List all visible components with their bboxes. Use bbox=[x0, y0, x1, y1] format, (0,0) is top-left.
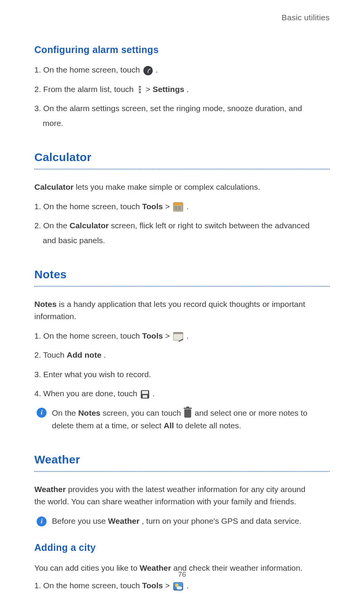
save-icon bbox=[141, 390, 149, 399]
heading-calculator: Calculator bbox=[34, 148, 330, 169]
overflow-menu-icon bbox=[137, 86, 142, 94]
heading-notes: Notes bbox=[34, 266, 330, 287]
step-number: 1. bbox=[34, 65, 41, 74]
notes-step-1: 1. On the home screen, touch Tools > . bbox=[34, 330, 330, 342]
weather-intro-c: the world. You can share weather informa… bbox=[34, 495, 330, 508]
tools-label: Tools bbox=[142, 331, 163, 340]
weather-intro: Weather provides you with the latest wea… bbox=[34, 483, 330, 508]
step-text: On the home screen, touch bbox=[43, 331, 142, 340]
info-icon: i bbox=[37, 516, 47, 526]
step-text-tail: . bbox=[187, 202, 189, 211]
manual-page: Basic utilities Configuring alarm settin… bbox=[0, 0, 364, 602]
step-text-tail: screen, flick left or right to switch be… bbox=[111, 221, 310, 230]
info-text-d: delete them at a time, or select bbox=[52, 421, 164, 430]
notes-step-2: 2. Touch Add note . bbox=[34, 349, 330, 362]
info-text-c: and select one or more notes to bbox=[195, 408, 307, 417]
step-3: 3. On the alarm settings screen, set the… bbox=[34, 102, 330, 129]
step-number: 2. bbox=[34, 85, 41, 94]
step-text: On the home screen, touch bbox=[43, 202, 142, 211]
calculator-label: Calculator bbox=[69, 221, 109, 230]
notes-info-callout: i On the Notes screen, you can touch and… bbox=[37, 407, 330, 432]
step-number: 2. bbox=[34, 221, 41, 230]
step-text: On the alarm settings screen, set the ri… bbox=[43, 104, 302, 113]
step-text: On the home screen, touch bbox=[43, 581, 142, 590]
heading-adding-city: Adding a city bbox=[34, 540, 330, 555]
weather-info-text: Before you use Weather , turn on your ph… bbox=[52, 515, 330, 528]
calc-step-2: 2. On the Calculator screen, flick left … bbox=[34, 219, 330, 247]
step-number: 2. bbox=[34, 350, 41, 359]
calculator-intro-bold: Calculator bbox=[34, 182, 74, 191]
breadcrumb: Basic utilities bbox=[34, 11, 330, 24]
step-2: 2. From the alarm list, touch > Settings… bbox=[34, 83, 330, 96]
weather-intro-b: provides you with the latest weather inf… bbox=[66, 485, 305, 494]
breadcrumb-separator: > bbox=[165, 581, 172, 590]
info-text-a: On the bbox=[52, 408, 78, 417]
notes-info-text: On the Notes screen, you can touch and s… bbox=[52, 407, 330, 432]
step-text: On the home screen, touch bbox=[43, 65, 142, 74]
info-icon: i bbox=[37, 408, 47, 418]
heading-weather: Weather bbox=[34, 451, 330, 472]
weather-intro-bold: Weather bbox=[34, 485, 66, 494]
notes-intro: Notes is a handy application that lets y… bbox=[34, 298, 330, 323]
weather-app-icon bbox=[173, 582, 183, 591]
step-text-tail: . bbox=[187, 581, 189, 590]
step-number: 1. bbox=[34, 581, 41, 590]
step-text-tail: . bbox=[187, 331, 189, 340]
step-text: On the bbox=[43, 221, 69, 230]
weather-label: Weather bbox=[108, 516, 139, 525]
step-text: From the alarm list, touch bbox=[43, 85, 136, 94]
step-1: 1. On the home screen, touch . bbox=[34, 64, 330, 76]
notes-step-3: 3. Enter what you wish to record. bbox=[34, 368, 330, 381]
info-text-e: to delete all notes. bbox=[176, 421, 241, 430]
info-text-a: Before you use bbox=[52, 516, 108, 525]
weather-info-callout: i Before you use Weather , turn on your … bbox=[37, 515, 330, 528]
clock-app-icon bbox=[143, 66, 153, 75]
step-number: 4. bbox=[34, 389, 41, 398]
breadcrumb-separator: > bbox=[146, 85, 153, 94]
step-text-tail: . bbox=[187, 85, 189, 94]
weather-step-1: 1. On the home screen, touch Tools > . bbox=[34, 579, 330, 592]
add-note-label: Add note bbox=[67, 350, 101, 359]
all-label: All bbox=[164, 421, 174, 430]
calculator-intro: Calculator lets you make make simple or … bbox=[34, 181, 330, 194]
step-number: 3. bbox=[34, 104, 41, 113]
step-text-tail: . bbox=[104, 350, 106, 359]
breadcrumb-separator: > bbox=[165, 202, 172, 211]
step-number: 1. bbox=[34, 331, 41, 340]
notes-step-4: 4. When you are done, touch . bbox=[34, 387, 330, 400]
tools-label: Tools bbox=[142, 202, 163, 211]
step-text: Enter what you wish to record. bbox=[43, 370, 151, 379]
info-text-b: screen, you can touch bbox=[103, 408, 183, 417]
step-text: Touch bbox=[43, 350, 67, 359]
step-text: When you are done, touch bbox=[43, 389, 139, 398]
tools-label: Tools bbox=[142, 581, 163, 590]
notes-label: Notes bbox=[78, 408, 100, 417]
notes-intro-text: is a handy application that lets you rec… bbox=[56, 300, 305, 308]
breadcrumb-separator: > bbox=[165, 331, 172, 340]
heading-config-alarm: Configuring alarm settings bbox=[34, 42, 330, 57]
step-text-cont: more. bbox=[43, 117, 330, 130]
step-text-tail: . bbox=[152, 389, 155, 398]
notes-app-icon bbox=[173, 332, 183, 341]
page-number: 76 bbox=[0, 569, 364, 580]
step-number: 1. bbox=[34, 202, 41, 211]
settings-label: Settings bbox=[153, 85, 184, 94]
calculator-intro-text: lets you make make simple or complex cal… bbox=[74, 182, 260, 191]
step-text-tail: . bbox=[156, 65, 158, 74]
notes-intro-text-2: information. bbox=[34, 310, 330, 323]
calc-step-1: 1. On the home screen, touch Tools > . bbox=[34, 200, 330, 213]
notes-intro-bold: Notes bbox=[34, 300, 56, 308]
step-text-cont: and basic panels. bbox=[43, 234, 330, 247]
trash-icon bbox=[184, 409, 191, 418]
step-number: 3. bbox=[34, 370, 41, 379]
calculator-app-icon bbox=[173, 202, 183, 211]
info-text-b: , turn on your phone's GPS and data serv… bbox=[142, 516, 301, 525]
